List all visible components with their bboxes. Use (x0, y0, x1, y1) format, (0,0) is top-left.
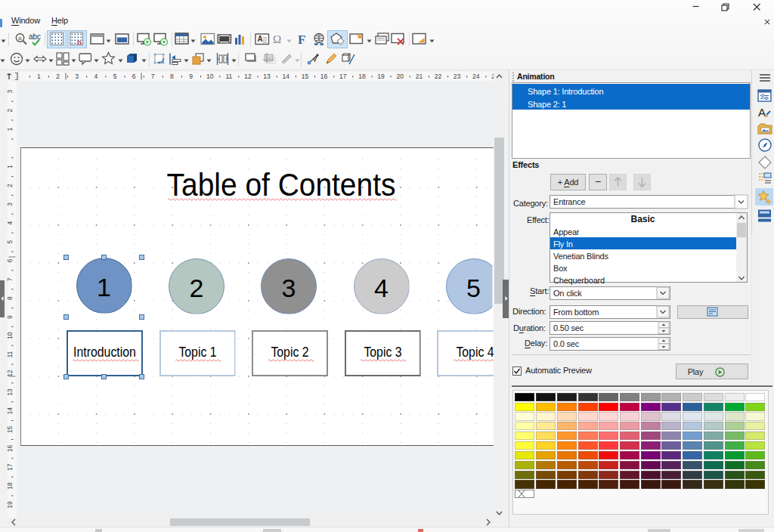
svg-text:18: 18 (358, 73, 366, 80)
svg-text:9: 9 (6, 315, 14, 319)
svg-text:14: 14 (6, 407, 14, 415)
svg-text:2: 2 (56, 73, 60, 80)
svg-text:6: 6 (132, 73, 136, 80)
svg-text:n: n (77, 39, 82, 46)
svg-text:3: 3 (75, 73, 79, 80)
svg-text:20: 20 (396, 73, 404, 80)
svg-text:13: 13 (263, 73, 271, 80)
svg-text:Ω: Ω (273, 33, 281, 45)
svg-text:2: 2 (6, 184, 14, 187)
svg-text:16: 16 (320, 73, 328, 80)
svg-text:13: 13 (6, 388, 14, 396)
svg-text:24: 24 (472, 73, 480, 80)
svg-text:5: 5 (6, 240, 14, 243)
svg-text:15: 15 (302, 73, 309, 80)
svg-text:1: 1 (6, 165, 14, 169)
svg-text:3: 3 (6, 203, 14, 206)
svg-text:5: 5 (113, 73, 117, 80)
svg-text:23: 23 (454, 73, 461, 80)
svg-text:11: 11 (225, 73, 232, 80)
svg-text:8: 8 (170, 73, 174, 80)
svg-text:3: 3 (6, 90, 14, 94)
svg-text:7: 7 (151, 73, 155, 80)
svg-text:8: 8 (6, 296, 14, 300)
svg-text:A: A (758, 106, 766, 119)
svg-text:1: 1 (6, 127, 14, 131)
svg-text:6: 6 (6, 258, 14, 262)
svg-text:18: 18 (6, 482, 14, 490)
svg-text:4: 4 (94, 73, 98, 80)
svg-text:17: 17 (339, 73, 347, 80)
svg-text:22: 22 (435, 73, 442, 80)
svg-text:10: 10 (206, 73, 214, 80)
svg-text:19: 19 (6, 501, 14, 509)
svg-text:2: 2 (6, 108, 14, 112)
svg-text:7: 7 (6, 277, 14, 281)
svg-text:17: 17 (6, 463, 14, 471)
svg-text:1: 1 (37, 73, 41, 80)
svg-text:11: 11 (6, 351, 14, 358)
svg-text:15: 15 (6, 426, 14, 434)
svg-text:F: F (298, 32, 305, 47)
svg-text:4: 4 (6, 221, 14, 225)
svg-text:19: 19 (377, 73, 385, 80)
svg-text:14: 14 (283, 73, 290, 80)
svg-text:10: 10 (6, 332, 14, 339)
svg-text:16: 16 (6, 444, 14, 452)
svg-text:21: 21 (416, 73, 423, 80)
svg-text:12: 12 (6, 370, 14, 377)
svg-text:A: A (258, 35, 263, 43)
svg-text:a: a (18, 35, 22, 42)
svg-text:12: 12 (244, 73, 252, 80)
svg-text:9: 9 (189, 73, 193, 80)
